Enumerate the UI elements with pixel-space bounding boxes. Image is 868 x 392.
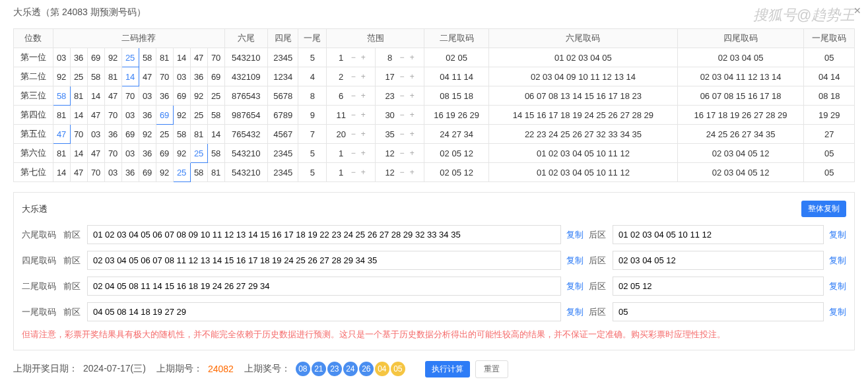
num-cell[interactable]: 25 xyxy=(190,144,207,163)
num-cell[interactable]: 70 xyxy=(70,125,87,144)
plus-icon[interactable]: + xyxy=(359,91,368,100)
plus-icon[interactable]: + xyxy=(408,129,417,139)
front-input[interactable] xyxy=(87,302,561,321)
minus-icon[interactable]: − xyxy=(349,72,358,81)
num-cell[interactable]: 69 xyxy=(207,67,224,86)
back-input[interactable] xyxy=(613,251,824,270)
num-cell[interactable]: 70 xyxy=(207,48,224,67)
num-cell[interactable]: 70 xyxy=(121,86,139,106)
minus-icon[interactable]: − xyxy=(398,53,407,62)
front-input[interactable] xyxy=(87,225,561,244)
plus-icon[interactable]: + xyxy=(408,110,417,119)
num-cell[interactable]: 14 xyxy=(173,48,190,67)
close-icon[interactable]: ✕ xyxy=(853,5,861,16)
num-cell[interactable]: 92 xyxy=(139,125,156,144)
minus-icon[interactable]: − xyxy=(398,168,407,177)
num-cell[interactable]: 03 xyxy=(173,67,190,86)
num-cell[interactable]: 36 xyxy=(190,67,207,86)
minus-icon[interactable]: − xyxy=(349,129,358,139)
num-cell[interactable]: 69 xyxy=(87,48,104,67)
num-cell[interactable]: 81 xyxy=(207,163,224,182)
num-cell[interactable]: 25 xyxy=(190,106,207,125)
num-cell[interactable]: 92 xyxy=(190,86,207,106)
copy-button[interactable]: 复制 xyxy=(829,280,846,292)
copy-all-button[interactable]: 整体复制 xyxy=(801,201,846,217)
num-cell[interactable]: 14 xyxy=(70,144,87,163)
plus-icon[interactable]: + xyxy=(408,72,417,81)
minus-icon[interactable]: − xyxy=(398,72,407,81)
num-cell[interactable]: 58 xyxy=(207,144,224,163)
minus-icon[interactable]: − xyxy=(398,110,407,119)
num-cell[interactable]: 47 xyxy=(190,48,207,67)
num-cell[interactable]: 14 xyxy=(207,125,224,144)
num-cell[interactable]: 14 xyxy=(53,163,70,182)
num-cell[interactable]: 03 xyxy=(139,86,156,106)
copy-button[interactable]: 复制 xyxy=(566,255,584,267)
num-cell[interactable]: 69 xyxy=(156,106,173,125)
plus-icon[interactable]: + xyxy=(408,91,417,100)
minus-icon[interactable]: − xyxy=(349,148,358,158)
num-cell[interactable]: 03 xyxy=(104,163,121,182)
num-cell[interactable]: 36 xyxy=(121,163,139,182)
plus-icon[interactable]: + xyxy=(359,72,368,81)
minus-icon[interactable]: − xyxy=(349,168,358,177)
num-cell[interactable]: 81 xyxy=(190,125,207,144)
minus-icon[interactable]: − xyxy=(398,148,407,158)
front-input[interactable] xyxy=(87,277,561,296)
num-cell[interactable]: 69 xyxy=(139,163,156,182)
minus-icon[interactable]: − xyxy=(349,53,358,62)
num-cell[interactable]: 36 xyxy=(104,125,121,144)
num-cell[interactable]: 14 xyxy=(70,106,87,125)
num-cell[interactable]: 70 xyxy=(104,144,121,163)
num-cell[interactable]: 81 xyxy=(53,106,70,125)
copy-button[interactable]: 复制 xyxy=(566,229,584,241)
num-cell[interactable]: 25 xyxy=(156,125,173,144)
plus-icon[interactable]: + xyxy=(359,168,368,177)
num-cell[interactable]: 70 xyxy=(104,106,121,125)
num-cell[interactable]: 92 xyxy=(53,67,70,86)
copy-button[interactable]: 复制 xyxy=(566,306,584,318)
num-cell[interactable]: 47 xyxy=(53,125,70,144)
num-cell[interactable]: 58 xyxy=(139,48,156,67)
num-cell[interactable]: 47 xyxy=(87,106,104,125)
plus-icon[interactable]: + xyxy=(408,168,417,177)
num-cell[interactable]: 03 xyxy=(121,106,139,125)
num-cell[interactable]: 36 xyxy=(139,106,156,125)
num-cell[interactable]: 58 xyxy=(190,163,207,182)
back-input[interactable] xyxy=(613,302,824,321)
num-cell[interactable]: 81 xyxy=(104,67,121,86)
plus-icon[interactable]: + xyxy=(359,129,368,139)
num-cell[interactable]: 47 xyxy=(87,144,104,163)
num-cell[interactable]: 69 xyxy=(156,144,173,163)
num-cell[interactable]: 92 xyxy=(173,106,190,125)
num-cell[interactable]: 25 xyxy=(207,86,224,106)
num-cell[interactable]: 25 xyxy=(173,163,190,182)
num-cell[interactable]: 81 xyxy=(53,144,70,163)
back-input[interactable] xyxy=(613,225,824,244)
num-cell[interactable]: 70 xyxy=(156,67,173,86)
num-cell[interactable]: 92 xyxy=(156,163,173,182)
num-cell[interactable]: 81 xyxy=(70,86,87,106)
plus-icon[interactable]: + xyxy=(359,53,368,62)
num-cell[interactable]: 03 xyxy=(87,125,104,144)
copy-button[interactable]: 复制 xyxy=(829,255,846,267)
num-cell[interactable]: 36 xyxy=(139,144,156,163)
calc-button[interactable]: 执行计算 xyxy=(425,361,470,377)
num-cell[interactable]: 25 xyxy=(70,67,87,86)
num-cell[interactable]: 14 xyxy=(121,67,139,86)
num-cell[interactable]: 92 xyxy=(104,48,121,67)
plus-icon[interactable]: + xyxy=(359,148,368,158)
minus-icon[interactable]: − xyxy=(349,110,358,119)
num-cell[interactable]: 81 xyxy=(156,48,173,67)
num-cell[interactable]: 47 xyxy=(104,86,121,106)
num-cell[interactable]: 58 xyxy=(53,86,70,106)
num-cell[interactable]: 03 xyxy=(53,48,70,67)
num-cell[interactable]: 14 xyxy=(87,86,104,106)
num-cell[interactable]: 36 xyxy=(156,86,173,106)
num-cell[interactable]: 47 xyxy=(70,163,87,182)
plus-icon[interactable]: + xyxy=(359,110,368,119)
num-cell[interactable]: 58 xyxy=(207,106,224,125)
minus-icon[interactable]: − xyxy=(349,91,358,100)
num-cell[interactable]: 58 xyxy=(87,67,104,86)
num-cell[interactable]: 03 xyxy=(121,144,139,163)
